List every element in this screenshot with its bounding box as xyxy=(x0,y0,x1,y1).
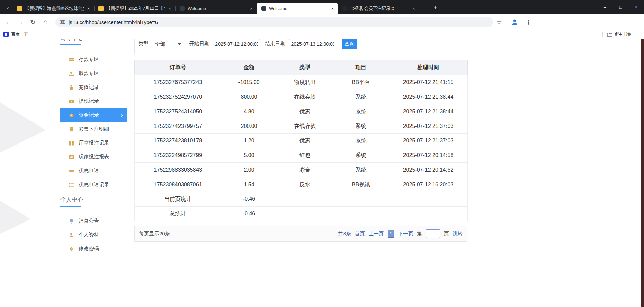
close-tab-icon[interactable]: × xyxy=(411,6,417,12)
tab-welcome-active[interactable]: Welcome × xyxy=(257,3,338,14)
page-right-strip xyxy=(641,39,644,307)
next-page-link[interactable]: 下一页 xyxy=(398,231,413,237)
tab-title: 【新提醒】2025年7月12日【全 xyxy=(106,5,165,12)
url-text[interactable]: js13.cc/hhcp/usercenter.html?iniType=6 xyxy=(69,19,158,25)
minimize-button[interactable]: – xyxy=(597,0,613,14)
sidebar-item-label: 修改密码 xyxy=(79,246,99,252)
all-bookmarks-label: 所有书签 xyxy=(615,32,631,37)
close-window-button[interactable]: × xyxy=(628,0,644,14)
tab-welcome-1[interactable]: Welcome × xyxy=(175,3,257,14)
bookmark-star-icon[interactable]: ☆ xyxy=(493,14,505,30)
address-bar[interactable]: js13.cc/hhcp/usercenter.html?iniType=6 xyxy=(55,17,493,27)
forum-favicon-icon xyxy=(17,6,22,11)
tab-search-icon[interactable]: ⌄ xyxy=(4,3,12,11)
section-title: 个人中心 xyxy=(60,196,127,204)
folder-icon xyxy=(607,32,612,37)
sidebar-item-withdraw-zone[interactable]: 取款专区 xyxy=(60,66,127,80)
search-button[interactable]: 查询 xyxy=(342,39,357,49)
tab-reminder[interactable]: 【新提醒】2025年7月12日【全 × xyxy=(94,3,175,14)
table-row: 1752327675377243 -1015.00 额度转出 BB平台 2025… xyxy=(135,75,468,90)
start-date-input[interactable] xyxy=(213,39,260,49)
type-cell: 在线存款 xyxy=(277,119,333,134)
sidebar-item-promo-apply-records[interactable]: 优惠申请记录 xyxy=(60,178,127,192)
reload-icon[interactable]: ↻ xyxy=(27,14,39,30)
order-cell: 1752327524314050 xyxy=(135,104,221,119)
amount-cell: 5.00 xyxy=(221,148,277,163)
sidebar-item-profile[interactable]: 个人资料 xyxy=(60,228,127,242)
end-date-input[interactable] xyxy=(289,39,336,49)
time-cell: 2025-07-12 21:38:44 xyxy=(389,104,468,119)
bookmark-baidu[interactable]: 百度一下 xyxy=(3,30,28,39)
tab-forum[interactable]: 【新提醒】海燕策略论坛综合交 × xyxy=(13,3,94,14)
maximize-button[interactable]: □ xyxy=(613,0,628,14)
sidebar-item-recharge-records[interactable]: 充值记录 xyxy=(60,80,127,94)
time-cell: 2025-07-12 21:37:03 xyxy=(389,134,468,148)
tab-video-records[interactable]: :::视讯 会员下注纪录::: × xyxy=(338,3,419,14)
sidebar-item-change-password[interactable]: 修改密码 xyxy=(60,242,127,256)
prev-page-link[interactable]: 上一页 xyxy=(369,231,384,237)
close-tab-icon[interactable]: × xyxy=(248,6,254,12)
site-settings-icon[interactable] xyxy=(60,19,65,25)
main-panel: 类型: 全部 开始日期: 结束日期: 查询 订单号 金额 xyxy=(134,39,467,242)
header-order: 订单号 xyxy=(135,60,221,75)
current-page-button[interactable]: 1 xyxy=(388,230,394,238)
reminder-favicon-icon xyxy=(98,6,104,11)
empty-cell xyxy=(389,192,468,207)
ticket-icon xyxy=(68,168,75,174)
coin-icon xyxy=(68,112,75,118)
home-icon[interactable]: ⌂ xyxy=(40,14,51,30)
order-cell: 1752322498572799 xyxy=(135,148,221,163)
sidebar-item-deposit-zone[interactable]: 存款专区 xyxy=(60,53,127,66)
order-cell: 1752308403087061 xyxy=(135,177,221,192)
sidebar-item-messages[interactable]: 消息公告 xyxy=(60,214,127,228)
jump-page-input[interactable] xyxy=(426,229,440,238)
summary-amount-cell: -0.46 xyxy=(221,207,277,221)
type-cell: 彩金 xyxy=(277,163,333,177)
grid-icon xyxy=(68,140,75,146)
sidebar-item-lottery-bet-details[interactable]: 彩票下注明细 xyxy=(60,122,127,136)
order-cell: 1752327675377243 xyxy=(135,75,221,90)
first-page-link[interactable]: 首页 xyxy=(355,231,365,237)
close-tab-icon[interactable]: × xyxy=(86,6,91,12)
close-tab-icon[interactable]: × xyxy=(330,6,335,12)
baidu-favicon-icon xyxy=(3,32,9,37)
sidebar-item-funds-records[interactable]: 资金记录 › xyxy=(60,108,127,122)
project-cell: BB视讯 xyxy=(333,177,389,192)
tab-title: 【新提醒】海燕策略论坛综合交 xyxy=(25,5,84,12)
summary-row-total: 总统计 -0.46 xyxy=(135,207,468,221)
welcome-favicon-icon xyxy=(261,6,266,11)
hand-coin-icon xyxy=(68,71,75,77)
tab-title: :::视讯 会员下注纪录::: xyxy=(350,5,409,12)
amount-cell: 4.80 xyxy=(221,104,277,119)
header-amount: 金额 xyxy=(221,60,277,75)
order-cell: 1752327423810178 xyxy=(135,134,221,148)
header-type: 类型 xyxy=(277,60,333,75)
funds-records-table: 订单号 金额 类型 项目 处理时间 1752327675377243 -1015… xyxy=(134,60,468,221)
empty-cell xyxy=(333,207,389,221)
profile-avatar-icon[interactable] xyxy=(509,14,520,30)
table-row: 1752327524297070 800.00 在线存款 系统 2025-07-… xyxy=(135,90,468,104)
sidebar-item-label: 充值记录 xyxy=(79,84,99,91)
sidebar: 财务中心 存款专区 取款专区 充值记录 提现记录 资金记录 xyxy=(60,39,127,256)
time-cell: 2025-07-12 16:20:03 xyxy=(389,177,468,192)
sidebar-item-promo-apply[interactable]: 优惠申请 xyxy=(60,164,127,178)
sidebar-item-hall-bet-records[interactable]: 厅室投注记录 xyxy=(60,136,127,150)
sidebar-item-withdrawal-records[interactable]: 提现记录 xyxy=(60,94,127,108)
table-row: 1752308403087061 1.54 反水 BB视讯 2025-07-12… xyxy=(135,177,468,192)
jump-button[interactable]: 跳转 xyxy=(453,231,463,237)
order-cell: 1752327423799757 xyxy=(135,119,221,134)
close-tab-icon[interactable]: × xyxy=(167,6,173,12)
type-select[interactable]: 全部 xyxy=(152,39,184,49)
sidebar-item-player-bet-report[interactable]: 玩家投注报表 xyxy=(60,150,127,164)
bookmarks-divider xyxy=(602,32,603,37)
forward-icon[interactable]: → xyxy=(15,14,26,30)
browser-toolbar: ← → ↻ ⌂ js13.cc/hhcp/usercenter.html?ini… xyxy=(0,14,644,30)
sidebar-item-label: 优惠申请 xyxy=(79,168,99,174)
pagination-controls: 共8条 首页 上一页 1 下一页 第 页 跳转 xyxy=(338,229,463,238)
empty-cell xyxy=(333,192,389,207)
window-controls: – □ × xyxy=(597,0,644,14)
all-bookmarks-button[interactable]: 所有书签 xyxy=(607,30,631,39)
new-tab-button[interactable]: + xyxy=(431,3,440,12)
back-icon[interactable]: ← xyxy=(3,14,14,30)
menu-kebab-icon[interactable]: ⋮ xyxy=(523,14,535,30)
